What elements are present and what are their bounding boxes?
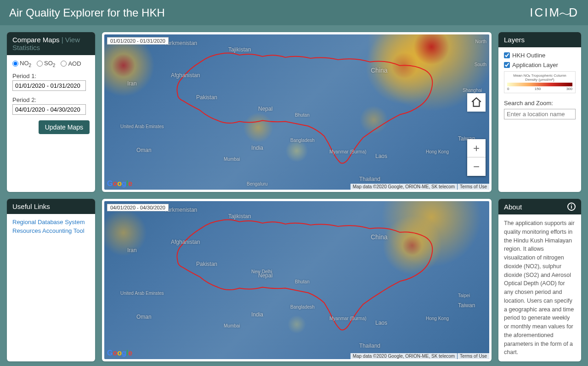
about-panel: About i The application supports air qua… (498, 199, 581, 361)
layers-header: Layers (498, 32, 581, 47)
search-input[interactable] (504, 109, 576, 119)
hkh-outline-checkbox[interactable]: HKH Outline (504, 52, 576, 59)
compare-title: Compare Maps (12, 36, 60, 44)
period1-label: Period 1: (12, 73, 90, 79)
home-button[interactable] (467, 93, 486, 112)
pollutant-radios: NO2 SO2 AOD (12, 60, 90, 68)
zoom-out-button[interactable]: − (467, 158, 486, 176)
google-logo-2: Google (107, 349, 132, 357)
map-2-panel: 04/01/2020 - 04/30/2020 Turkmenistan Taj… (102, 199, 492, 361)
layers-panel: Layers HKH Outline Application Layer Mea… (498, 32, 581, 192)
app-layer-checkbox[interactable]: Application Layer (504, 62, 576, 68)
period2-input[interactable] (12, 104, 86, 115)
compare-maps-header: Compare Maps | View Statistics (7, 32, 95, 55)
icimod-logo: ICIMD (530, 6, 579, 20)
terms-link-1[interactable]: Terms of Use (458, 184, 489, 190)
radio-so2[interactable]: SO2 (37, 60, 55, 68)
radio-aod[interactable]: AOD (61, 60, 81, 68)
hkh-outline-2 (104, 201, 489, 356)
useful-links-header: Useful Links (7, 199, 95, 214)
map-2-date-badge: 04/01/2020 - 04/30/2020 (107, 204, 169, 211)
link-regional-database[interactable]: Regional Database System (12, 219, 90, 225)
about-text: The application supports air quality mon… (498, 214, 581, 361)
color-legend: Mean NO₂ Tropospheric Column Density (μm… (504, 71, 576, 93)
link-resources-accounting[interactable]: Resources Accounting Tool (12, 227, 90, 234)
map-1-attribution: Map data ©2020 Google, ORION-ME, SK tele… (350, 184, 489, 190)
google-logo: Google (107, 180, 132, 188)
map-1-panel: 01/01/2020 - 01/31/2020 Turkmenistan Taj… (102, 32, 492, 192)
legend-gradient (507, 83, 572, 86)
about-header: About i (498, 199, 581, 214)
app-header: Air Quality Explorer for the HKH ICIMD (0, 0, 588, 25)
info-icon[interactable]: i (567, 203, 576, 211)
home-icon (470, 96, 482, 108)
page-title: Air Quality Explorer for the HKH (9, 6, 165, 19)
period2-label: Period 2: (12, 96, 90, 103)
update-maps-button[interactable]: Update Maps (39, 120, 90, 134)
period1-input[interactable] (12, 80, 86, 91)
search-label: Search and Zoom: (504, 100, 576, 107)
useful-links-panel: Useful Links Regional Database System Re… (7, 199, 95, 361)
map-1-date-badge: 01/01/2020 - 01/31/2020 (107, 37, 169, 45)
zoom-in-button[interactable]: + (467, 139, 486, 158)
map-2-canvas[interactable]: 04/01/2020 - 04/30/2020 Turkmenistan Taj… (104, 201, 489, 359)
map-1-canvas[interactable]: 01/01/2020 - 01/31/2020 Turkmenistan Taj… (104, 34, 489, 190)
terms-link-2[interactable]: Terms of Use (458, 353, 489, 359)
map-2-attribution: Map data ©2020 Google, ORION-ME, SK tele… (350, 353, 489, 359)
compare-maps-panel: Compare Maps | View Statistics NO2 SO2 A… (7, 32, 95, 192)
radio-no2[interactable]: NO2 (12, 60, 31, 68)
hkh-outline-1 (104, 34, 489, 189)
